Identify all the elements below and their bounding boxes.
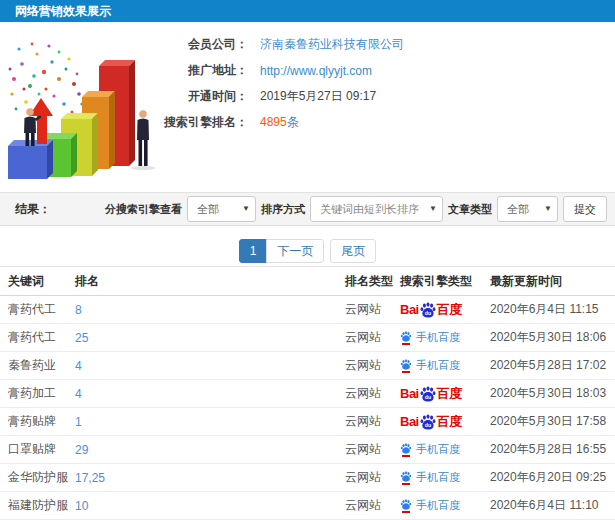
svg-text:du: du bbox=[425, 421, 431, 427]
baidu-logo-text-left: Bai bbox=[400, 387, 419, 400]
col-header-updated: 最新更新时间 bbox=[490, 273, 615, 290]
table-row: 秦鲁药业 4 云网站 手机百度 2020年5月28日 17:02 bbox=[0, 352, 615, 380]
filter-bar: 结果： 分搜索引擎查看 全部 ▼ 排序方式 关键词由短到长排序 ▼ 文章类型 全… bbox=[0, 192, 615, 226]
mobile-baidu-paw-icon bbox=[400, 499, 412, 513]
engine-cell: 手机百度 bbox=[400, 331, 490, 345]
engine-cell: 手机百度 bbox=[400, 499, 490, 513]
rank-link[interactable]: 4 bbox=[75, 359, 82, 373]
rank-type-cell: 云网站 bbox=[345, 413, 400, 430]
mobile-baidu-icon: 手机百度 bbox=[400, 471, 460, 485]
updated-cell: 2020年5月28日 16:55 bbox=[490, 441, 615, 458]
mobile-baidu-icon: 手机百度 bbox=[400, 499, 460, 513]
table-header-row: 关键词 排名 排名类型 搜索引擎类型 最新更新时间 bbox=[0, 267, 615, 296]
rank-link[interactable]: 4 bbox=[75, 387, 82, 401]
updated-cell: 2020年5月30日 18:06 bbox=[490, 329, 615, 346]
submit-button[interactable]: 提交 bbox=[563, 196, 607, 222]
sort-select[interactable]: 关键词由短到长排序 ▼ bbox=[310, 196, 443, 222]
rank-link[interactable]: 10 bbox=[75, 499, 88, 513]
last-page-button[interactable]: 尾页 bbox=[330, 239, 376, 263]
updated-cell: 2020年5月30日 18:03 bbox=[490, 385, 615, 402]
rank-link[interactable]: 25 bbox=[75, 331, 88, 345]
chevron-down-icon: ▼ bbox=[429, 197, 437, 221]
rank-type-cell: 云网站 bbox=[345, 357, 400, 374]
mobile-baidu-underline bbox=[402, 455, 410, 457]
rank-type-cell: 云网站 bbox=[345, 301, 400, 318]
mobile-baidu-icon: 手机百度 bbox=[400, 443, 460, 457]
col-header-rank-type: 排名类型 bbox=[345, 273, 400, 290]
mobile-baidu-icon: 手机百度 bbox=[400, 359, 460, 373]
rank-link[interactable]: 1 bbox=[75, 415, 82, 429]
rank-type-cell: 云网站 bbox=[345, 329, 400, 346]
page: 网络营销效果展示 bbox=[0, 0, 615, 520]
baidu-logo-text-right: 百度 bbox=[437, 303, 462, 316]
results-table: 关键词 排名 排名类型 搜索引擎类型 最新更新时间 膏药代工 8 云网站 Bai… bbox=[0, 266, 615, 520]
table-row: 膏药代工 8 云网站 Bai du 百度 2020年6月4日 11:15 bbox=[0, 296, 615, 324]
engine-rank-count: 4895条 bbox=[260, 114, 299, 131]
page-1-button[interactable]: 1 bbox=[239, 239, 268, 263]
table-row: 福建防护服 10 云网站 手机百度 2020年6月4日 11:10 bbox=[0, 492, 615, 520]
promo-url-link[interactable]: http://www.qlyyjt.com bbox=[260, 64, 372, 78]
mobile-baidu-underline bbox=[402, 483, 410, 485]
engine-filter-label: 分搜索引擎查看 bbox=[105, 202, 182, 217]
mobile-baidu-paw-icon bbox=[400, 471, 412, 485]
title-bar: 网络营销效果展示 bbox=[0, 0, 615, 22]
keyword-cell: 口罩贴牌 bbox=[8, 441, 75, 458]
rank-link[interactable]: 29 bbox=[75, 443, 88, 457]
updated-cell: 2020年6月4日 11:10 bbox=[490, 497, 615, 514]
baidu-logo-text-left: Bai bbox=[400, 415, 419, 428]
col-header-engine-type: 搜索引擎类型 bbox=[400, 273, 490, 290]
member-info: 会员公司： 济南秦鲁药业科技有限公司 推广地址： http://www.qlyy… bbox=[160, 36, 610, 140]
updated-cell: 2020年5月28日 17:02 bbox=[490, 357, 615, 374]
engine-cell: 手机百度 bbox=[400, 443, 490, 457]
keyword-cell: 膏药贴牌 bbox=[8, 413, 75, 430]
mobile-baidu-underline bbox=[402, 343, 410, 345]
table-row: 膏药代工 25 云网站 手机百度 2020年5月30日 18:06 bbox=[0, 324, 615, 352]
keyword-cell: 秦鲁药业 bbox=[8, 357, 75, 374]
baidu-paw-icon: du bbox=[420, 302, 436, 318]
engine-cell: Bai du 百度 bbox=[400, 386, 490, 402]
rank-link[interactable]: 17,25 bbox=[75, 471, 105, 485]
engine-select-value: 全部 bbox=[197, 203, 219, 215]
baidu-logo-icon: Bai du 百度 bbox=[400, 414, 462, 430]
mobile-baidu-underline bbox=[402, 371, 410, 373]
mobile-baidu-paw-icon bbox=[400, 359, 412, 373]
mobile-baidu-underline bbox=[402, 511, 410, 513]
engine-rank-label: 搜索引擎排名： bbox=[160, 114, 248, 131]
table-row: 金华防护服 17,25 云网站 手机百度 2020年6月20日 09:25 bbox=[0, 464, 615, 492]
svg-text:du: du bbox=[425, 393, 431, 399]
mobile-baidu-label: 手机百度 bbox=[416, 360, 460, 371]
mobile-baidu-label: 手机百度 bbox=[416, 500, 460, 511]
chevron-down-icon: ▼ bbox=[544, 197, 552, 221]
svg-text:du: du bbox=[425, 309, 431, 315]
article-type-select-value: 全部 bbox=[507, 203, 529, 215]
mobile-baidu-label: 手机百度 bbox=[416, 444, 460, 455]
page-title: 网络营销效果展示 bbox=[15, 4, 111, 18]
engine-select[interactable]: 全部 ▼ bbox=[187, 196, 256, 222]
rank-link[interactable]: 8 bbox=[75, 303, 82, 317]
rank-type-cell: 云网站 bbox=[345, 441, 400, 458]
engine-rank-unit: 条 bbox=[287, 115, 299, 129]
table-row: 口罩贴牌 29 云网站 手机百度 2020年5月28日 16:55 bbox=[0, 436, 615, 464]
pagination: 1下一页尾页 bbox=[0, 226, 615, 266]
mobile-baidu-paw-icon bbox=[400, 331, 412, 345]
baidu-logo-icon: Bai du 百度 bbox=[400, 302, 462, 318]
table-row: 膏药贴牌 1 云网站 Bai du 百度 2020年5月30日 17:58 bbox=[0, 408, 615, 436]
updated-cell: 2020年5月30日 17:58 bbox=[490, 413, 615, 430]
next-page-button[interactable]: 下一页 bbox=[266, 239, 324, 263]
opened-time-label: 开通时间： bbox=[160, 88, 248, 105]
updated-cell: 2020年6月4日 11:15 bbox=[490, 301, 615, 318]
mobile-baidu-label: 手机百度 bbox=[416, 332, 460, 343]
col-header-rank: 排名 bbox=[75, 273, 345, 290]
keyword-cell: 金华防护服 bbox=[8, 469, 75, 486]
article-type-select[interactable]: 全部 ▼ bbox=[497, 196, 558, 222]
baidu-paw-icon: du bbox=[420, 414, 436, 430]
mobile-baidu-paw-icon bbox=[400, 443, 412, 457]
company-link[interactable]: 济南秦鲁药业科技有限公司 bbox=[260, 36, 404, 53]
keyword-cell: 福建防护服 bbox=[8, 497, 75, 514]
engine-cell: Bai du 百度 bbox=[400, 414, 490, 430]
hero-section: 会员公司： 济南秦鲁药业科技有限公司 推广地址： http://www.qlyy… bbox=[0, 22, 615, 192]
keyword-cell: 膏药代工 bbox=[8, 329, 75, 346]
baidu-logo-text-right: 百度 bbox=[437, 415, 462, 428]
article-type-label: 文章类型 bbox=[448, 202, 492, 217]
baidu-logo-text-left: Bai bbox=[400, 303, 419, 316]
